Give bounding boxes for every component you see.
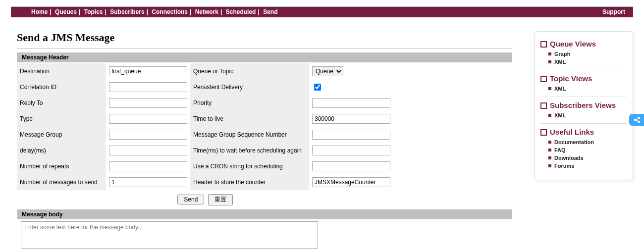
label-cron: Use a CRON string for scheduling (190, 158, 309, 174)
input-msg-group[interactable] (109, 130, 187, 140)
sidebar-heading-subscribers-views: Subscribers Views (540, 101, 627, 109)
sidebar-link-queue-xml[interactable]: XML (554, 59, 566, 65)
main-content: Send a JMS Message Message Header Destin… (11, 17, 520, 250)
section-message-header: Message Header (17, 52, 512, 62)
sidebar-heading-useful-links: Useful Links (540, 128, 627, 136)
nav-home[interactable]: Home (31, 8, 48, 15)
svg-line-4 (636, 120, 638, 121)
label-msg-group: Message Group (17, 127, 106, 143)
input-counter-header[interactable] (312, 177, 390, 187)
label-counter-header: Header to store the counter (190, 174, 309, 190)
textarea-message-body[interactable] (21, 221, 318, 249)
select-queue-or-topic[interactable]: Queue (312, 66, 343, 76)
input-reply-to[interactable] (109, 98, 187, 108)
input-ttl[interactable] (312, 114, 390, 124)
input-msg-group-seq[interactable] (312, 130, 390, 140)
sidebar-link-subs-xml[interactable]: XML (554, 112, 566, 118)
svg-line-3 (636, 118, 638, 119)
sidebar-heading-topic-views: Topic Views (540, 74, 627, 83)
label-repeats: Number of repeats (17, 158, 106, 174)
input-destination[interactable] (109, 66, 187, 76)
sidebar-link-topic-xml[interactable]: XML (554, 86, 566, 92)
checkbox-persistent[interactable] (314, 84, 321, 91)
sidebar-link-documentation[interactable]: Documentation (554, 139, 594, 145)
nav-links: Home| Queues| Topics| Subscribers| Conne… (31, 8, 277, 15)
label-correlation-id: Correlation ID (17, 79, 106, 95)
page-title: Send a JMS Message (17, 31, 512, 44)
label-queue-or-topic: Queue or Topic (190, 63, 309, 79)
label-priority: Priority (190, 95, 309, 111)
button-row: Send 重置 (17, 194, 393, 205)
nav-topics[interactable]: Topics (84, 8, 103, 15)
header-form-table: Destination Queue or Topic Queue Correla… (17, 63, 393, 190)
nav-send[interactable]: Send (263, 8, 277, 15)
divider (17, 48, 512, 49)
sidebar-link-forums[interactable]: Forums (554, 163, 574, 169)
nav-connections[interactable]: Connections (152, 8, 188, 15)
share-icon (633, 116, 641, 124)
nav-queues[interactable]: Queues (55, 8, 77, 15)
nav-subscribers[interactable]: Subscribers (110, 8, 144, 15)
nav-scheduled[interactable]: Scheduled (226, 8, 256, 15)
input-msg-count[interactable] (109, 177, 187, 187)
label-reply-to: Reply To (17, 95, 106, 111)
sidebar: Queue Views Graph XML Topic Views XML Su… (534, 31, 633, 180)
label-msg-count: Number of messages to send (17, 174, 106, 190)
share-tab[interactable] (629, 114, 644, 126)
input-period[interactable] (312, 146, 390, 155)
label-type: Type (17, 111, 106, 127)
input-correlation-id[interactable] (109, 82, 187, 92)
input-priority[interactable] (312, 98, 390, 108)
sidebar-link-downloads[interactable]: Downloads (554, 155, 584, 161)
label-destination: Destination (17, 63, 106, 79)
label-persistent: Persistent Delivery (190, 79, 309, 95)
label-delay: delay(ms) (17, 143, 106, 158)
sidebar-link-graph[interactable]: Graph (554, 51, 570, 57)
sidebar-heading-queue-views: Queue Views (540, 40, 627, 48)
section-message-body: Message body (17, 209, 512, 219)
input-repeats[interactable] (109, 161, 187, 171)
label-ttl: Time to live (190, 111, 309, 127)
sidebar-link-faq[interactable]: FAQ (554, 147, 566, 153)
input-type[interactable] (109, 114, 187, 124)
top-navbar: Home| Queues| Topics| Subscribers| Conne… (11, 6, 633, 17)
nav-support[interactable]: Support (602, 8, 625, 15)
input-cron[interactable] (312, 161, 390, 171)
nav-network[interactable]: Network (195, 8, 218, 15)
label-period: Time(ms) to wait before scheduling again (190, 143, 309, 158)
label-msg-group-seq: Message Group Sequence Number (190, 127, 309, 143)
input-delay[interactable] (109, 146, 187, 155)
reset-button[interactable]: 重置 (208, 194, 233, 205)
send-button[interactable]: Send (177, 195, 204, 204)
